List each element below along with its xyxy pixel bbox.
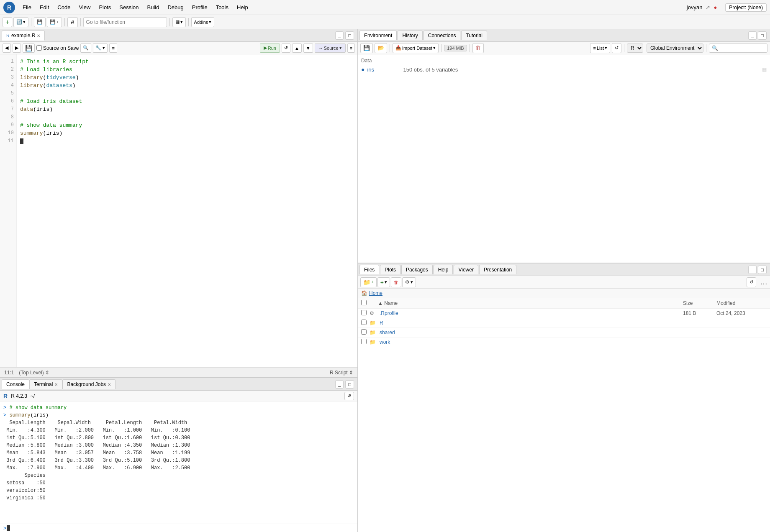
- console-maximize-button[interactable]: □: [345, 380, 354, 389]
- menu-tools[interactable]: Tools: [213, 3, 232, 12]
- env-minimize-button[interactable]: _: [748, 31, 757, 40]
- save-all-button[interactable]: 💾 +: [47, 17, 62, 27]
- rprofile-checkbox[interactable]: [361, 310, 367, 315]
- code-content[interactable]: # This is an R script # Load libraries l…: [17, 54, 357, 367]
- files-tab-viewer[interactable]: Viewer: [454, 265, 478, 274]
- scope-dropdown[interactable]: ⇕: [45, 370, 49, 376]
- menu-help[interactable]: Help: [234, 3, 252, 12]
- console-clear-button[interactable]: ↺: [344, 392, 354, 400]
- terminal-close-button[interactable]: ✕: [54, 382, 58, 387]
- console-tab-background-jobs[interactable]: Background Jobs ✕: [62, 379, 116, 389]
- editor-tab-example[interactable]: R example.R ✕: [2, 31, 45, 41]
- list-view-button[interactable]: ≡ List ▾: [590, 43, 610, 53]
- files-add-button[interactable]: + ▾: [377, 277, 390, 287]
- env-iris-item[interactable]: ● iris 150 obs. of 5 variables ▦: [361, 65, 767, 74]
- files-refresh-button[interactable]: ↺: [747, 277, 756, 287]
- tab-close-button[interactable]: ✕: [37, 33, 40, 38]
- editor-back-button[interactable]: ◀: [3, 43, 11, 53]
- env-tab-tutorial[interactable]: Tutorial: [461, 31, 487, 40]
- size-col-header[interactable]: Size: [683, 300, 716, 306]
- env-panel-controls: _ □: [748, 31, 768, 40]
- print-button[interactable]: 🖨: [67, 17, 78, 27]
- console-tab-console[interactable]: Console: [2, 379, 29, 389]
- menu-profile[interactable]: Profile: [189, 3, 211, 12]
- editor-save-file-button[interactable]: 💾: [23, 43, 35, 53]
- console-tab-terminal[interactable]: Terminal ✕: [29, 379, 62, 389]
- logout-icon[interactable]: ↗: [706, 4, 710, 10]
- editor-forward-button[interactable]: ▶: [13, 43, 21, 53]
- goto-input[interactable]: [83, 17, 167, 27]
- show-outline-button[interactable]: ≡: [109, 43, 117, 53]
- source-on-save-checkbox[interactable]: [36, 45, 42, 51]
- files-more-actions[interactable]: ⚙ ▾: [402, 277, 416, 287]
- code-tools-button[interactable]: 🔧 ▾: [93, 43, 108, 53]
- clear-env-button[interactable]: 🗑: [472, 43, 484, 53]
- files-tab-packages[interactable]: Packages: [401, 265, 433, 274]
- source-arrow: →: [318, 46, 323, 51]
- shared-folder-name[interactable]: shared: [380, 330, 683, 335]
- menu-build[interactable]: Build: [144, 3, 163, 12]
- re-run-button[interactable]: ↺: [282, 43, 290, 53]
- select-all-checkbox[interactable]: [361, 300, 367, 305]
- files-tab-files[interactable]: Files: [359, 265, 379, 274]
- env-tab-connections[interactable]: Connections: [424, 31, 461, 40]
- menu-debug[interactable]: Debug: [164, 3, 187, 12]
- r-env-select[interactable]: R: [627, 43, 643, 53]
- background-jobs-close-button[interactable]: ✕: [108, 382, 111, 387]
- env-open-button[interactable]: 📂: [375, 43, 387, 53]
- menu-edit[interactable]: Edit: [36, 3, 52, 12]
- work-folder-checkbox[interactable]: [361, 339, 367, 344]
- global-env-select[interactable]: Global Environment: [647, 43, 703, 53]
- save-button[interactable]: 💾: [34, 17, 46, 27]
- code-line-10: summary(iris): [20, 129, 354, 137]
- env-maximize-button[interactable]: □: [758, 31, 767, 40]
- menu-session[interactable]: Session: [116, 3, 142, 12]
- new-file-button[interactable]: +: [3, 17, 12, 27]
- env-save-button[interactable]: 💾: [360, 43, 373, 53]
- rprofile-filename[interactable]: .Rprofile: [380, 310, 683, 316]
- files-tab-plots[interactable]: Plots: [380, 265, 400, 274]
- menu-file[interactable]: File: [19, 3, 35, 12]
- run-button[interactable]: ▶ Run: [260, 43, 280, 53]
- console-output-versicolor: versicolor:50: [3, 487, 354, 494]
- env-refresh-button[interactable]: ↺: [612, 43, 621, 53]
- editor-options-button[interactable]: ≡: [347, 43, 355, 53]
- home-icon: 🏠: [361, 290, 367, 296]
- addins-button[interactable]: Addins ▾: [191, 17, 215, 27]
- new-folder-button[interactable]: 📁+: [360, 277, 377, 287]
- new-project-button[interactable]: 🔃 ▾: [13, 17, 28, 27]
- name-col-header[interactable]: ▲ Name: [378, 300, 683, 306]
- modified-col-header[interactable]: Modified: [716, 300, 767, 306]
- files-options-button[interactable]: …: [760, 278, 767, 286]
- home-link[interactable]: Home: [369, 290, 382, 296]
- filetype-dropdown[interactable]: ⇕: [349, 370, 353, 376]
- workspace-layout-button[interactable]: ▦ ▾: [172, 17, 186, 27]
- source-button[interactable]: → Source ▾: [315, 43, 346, 53]
- console-content[interactable]: > # show data summary > summary(iris) Se…: [0, 402, 357, 524]
- code-line-3: library(tidyverse): [20, 74, 354, 82]
- env-tab-environment[interactable]: Environment: [359, 31, 397, 40]
- env-item-expand-icon[interactable]: ▦: [762, 66, 767, 72]
- files-tab-presentation[interactable]: Presentation: [479, 265, 516, 274]
- menu-code[interactable]: Code: [54, 3, 74, 12]
- files-delete-button[interactable]: 🗑: [391, 277, 401, 287]
- menu-view[interactable]: View: [75, 3, 94, 12]
- editor-maximize-button[interactable]: □: [345, 31, 354, 40]
- shared-folder-checkbox[interactable]: [361, 329, 367, 335]
- env-tab-history[interactable]: History: [398, 31, 422, 40]
- work-folder-name[interactable]: work: [380, 339, 683, 345]
- files-minimize-button[interactable]: _: [748, 266, 757, 274]
- env-search-input[interactable]: [709, 43, 767, 53]
- run-down-button[interactable]: ▼: [303, 43, 313, 53]
- files-tab-help[interactable]: Help: [434, 265, 453, 274]
- files-maximize-button[interactable]: □: [758, 266, 767, 274]
- r-folder-name[interactable]: R: [380, 320, 683, 326]
- menu-plots[interactable]: Plots: [95, 3, 114, 12]
- editor-minimize-button[interactable]: _: [335, 31, 344, 40]
- console-minimize-button[interactable]: _: [335, 380, 344, 389]
- run-up-button[interactable]: ▲: [292, 43, 302, 53]
- user-settings-icon[interactable]: ●: [714, 4, 717, 10]
- find-button[interactable]: 🔍: [80, 43, 91, 53]
- r-folder-checkbox[interactable]: [361, 320, 367, 325]
- import-dataset-button[interactable]: 📥 Import Dataset ▾: [393, 43, 439, 53]
